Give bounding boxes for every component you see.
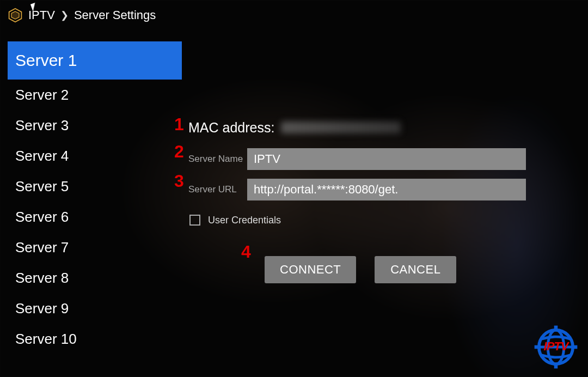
- breadcrumb: IPTV ❯ Server Settings: [8, 8, 156, 23]
- sidebar-item-server-4[interactable]: Server 4: [8, 141, 182, 171]
- mac-address-label: MAC address:: [188, 120, 274, 136]
- sidebar-item-server-3[interactable]: Server 3: [8, 110, 182, 141]
- annotation-2: 2: [174, 142, 184, 162]
- sidebar-item-label: Server 8: [15, 270, 69, 287]
- svg-rect-6: [554, 363, 558, 369]
- sidebar-item-label: Server 4: [15, 148, 69, 165]
- sidebar-item-server-7[interactable]: Server 7: [8, 232, 182, 263]
- mac-address-value-redacted: [281, 121, 401, 133]
- sidebar-item-label: Server 2: [15, 87, 69, 104]
- sidebar-item-server-2[interactable]: Server 2: [8, 80, 182, 110]
- server-list: Server 1 Server 2 Server 3 Server 4 Serv…: [8, 41, 182, 354]
- annotation-3: 3: [174, 171, 184, 191]
- sidebar-item-server-1[interactable]: Server 1: [8, 41, 182, 80]
- sidebar-item-label: Server 10: [15, 331, 77, 348]
- server-name-input[interactable]: [247, 148, 526, 170]
- sidebar-item-label: Server 3: [15, 117, 69, 134]
- credentials-label: User Credentials: [208, 215, 281, 226]
- server-form: MAC address: Server Name Server URL User…: [188, 117, 526, 283]
- connect-button[interactable]: CONNECT: [265, 256, 356, 283]
- annotation-4: 4: [241, 242, 251, 262]
- sidebar-item-label: Server 6: [15, 209, 69, 226]
- credentials-row: User Credentials: [188, 209, 526, 231]
- sidebar-item-server-6[interactable]: Server 6: [8, 202, 182, 232]
- sidebar-item-server-5[interactable]: Server 5: [8, 171, 182, 202]
- svg-rect-8: [572, 345, 578, 349]
- sidebar-item-label: Server 7: [15, 239, 69, 256]
- server-name-row: Server Name: [188, 148, 526, 170]
- server-name-label: Server Name: [188, 154, 247, 165]
- app-logo-icon: [8, 8, 23, 23]
- chevron-right-icon: ❯: [60, 9, 69, 21]
- app-root: IPTV ❯ Server Settings Server 1 Server 2…: [0, 0, 588, 377]
- iptv-logo: IPTV: [534, 325, 578, 369]
- svg-marker-1: [11, 11, 19, 19]
- sidebar-item-label: Server 9: [15, 300, 69, 317]
- breadcrumb-page: Server Settings: [74, 8, 156, 22]
- credentials-checkbox[interactable]: [189, 215, 200, 226]
- server-url-label: Server URL: [188, 184, 247, 195]
- form-buttons: CONNECT CANCEL: [265, 256, 526, 283]
- sidebar-item-server-9[interactable]: Server 9: [8, 293, 182, 324]
- svg-rect-7: [535, 345, 540, 349]
- server-url-input[interactable]: [247, 179, 526, 200]
- sidebar-item-server-10[interactable]: Server 10: [8, 324, 182, 354]
- sidebar-item-label: Server 5: [15, 178, 69, 195]
- sidebar-item-label: Server 1: [15, 51, 77, 70]
- iptv-logo-text: IPTV: [544, 339, 568, 354]
- annotation-1: 1: [174, 114, 184, 135]
- cancel-button[interactable]: CANCEL: [375, 256, 456, 283]
- sidebar-item-server-8[interactable]: Server 8: [8, 263, 182, 293]
- server-url-row: Server URL: [188, 179, 526, 200]
- mac-address-row: MAC address:: [188, 117, 526, 138]
- svg-rect-5: [554, 326, 558, 331]
